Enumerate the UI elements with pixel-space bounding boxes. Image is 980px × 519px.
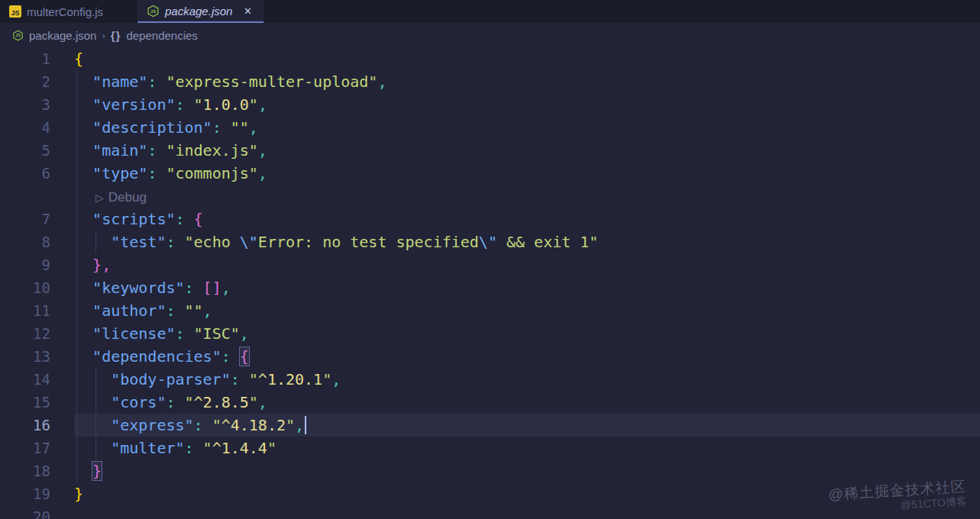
chevron-right-icon: ›	[102, 30, 105, 41]
token-pu: ,	[258, 164, 267, 182]
line-number[interactable]: 11	[0, 299, 74, 322]
code-line[interactable]: 2 "name": "express-multer-upload",	[0, 70, 980, 93]
line-number[interactable]: 3	[0, 93, 74, 116]
code-line-content: "cors": "^2.8.5",	[74, 391, 980, 414]
token-key: "license"	[92, 324, 175, 343]
token-ws	[185, 210, 194, 228]
line-number[interactable]: 15	[0, 391, 74, 414]
code-line[interactable]: 4 "description": "",	[0, 116, 980, 139]
line-number[interactable]: 16	[0, 414, 74, 437]
code-line[interactable]: 9 },	[0, 253, 980, 276]
line-number[interactable]: 5	[0, 139, 74, 162]
code-line[interactable]: 10 "keywords": [],	[0, 276, 980, 299]
token-key: "type"	[92, 164, 147, 182]
line-number[interactable]: 2	[0, 70, 74, 93]
code-line-content: "description": "",	[74, 116, 980, 139]
code-line[interactable]: 20	[0, 505, 980, 519]
line-number[interactable]: 18	[0, 459, 74, 482]
token-b2: {	[194, 210, 203, 228]
line-number[interactable]: 20	[0, 505, 74, 519]
line-number[interactable]: 10	[0, 276, 74, 299]
code-line-content: "version": "1.0.0",	[74, 93, 980, 116]
code-line[interactable]: 3 "version": "1.0.0",	[0, 93, 980, 116]
line-number[interactable]: 9	[0, 253, 74, 276]
token-ws	[74, 256, 92, 274]
line-number[interactable]: 13	[0, 345, 74, 368]
code-line[interactable]: 15 "cors": "^2.8.5",	[0, 391, 980, 414]
token-pu: ,	[222, 279, 231, 297]
token-pu: :	[212, 118, 222, 137]
line-number[interactable]: 14	[0, 368, 74, 391]
code-line[interactable]: 7 "scripts": {	[0, 208, 980, 230]
code-line[interactable]: 1{	[0, 47, 980, 70]
codelens-debug[interactable]: ▷Debug	[74, 185, 980, 208]
token-pu: ,	[240, 324, 249, 343]
line-number[interactable]: 17	[0, 437, 74, 459]
token-key: "multer"	[111, 439, 184, 457]
token-str: ""	[185, 301, 203, 320]
line-number[interactable]: 6	[0, 162, 74, 185]
token-str: "	[203, 439, 212, 457]
code-line[interactable]: 16 "express": "^4.18.2",	[0, 414, 980, 437]
token-pu: :	[185, 439, 194, 457]
token-key: "main"	[92, 141, 147, 160]
token-str: "	[322, 370, 332, 388]
play-triangle-icon: ▷	[95, 192, 104, 204]
token-pu: ,	[295, 416, 304, 434]
breadcrumb-section[interactable]: dependencies	[126, 29, 197, 42]
token-ws	[74, 233, 111, 251]
token-ws	[240, 370, 249, 388]
tab-packagejson[interactable]: JS package.json ✕	[137, 0, 264, 23]
token-pu: :	[185, 279, 194, 297]
token-pu: :	[222, 347, 231, 366]
token-key: "keywords"	[92, 279, 184, 297]
token-num: ^1.20.1	[258, 370, 322, 388]
code-line[interactable]: 6 "type": "commonjs",	[0, 162, 980, 185]
code-line-content: }	[74, 482, 980, 505]
line-number[interactable]: 7	[0, 208, 74, 230]
code-line[interactable]: 11 "author": "",	[0, 299, 980, 322]
code-line[interactable]: 8 "test": "echo \"Error: no test specifi…	[0, 230, 980, 253]
token-str: "	[194, 95, 203, 114]
token-str: "	[212, 416, 222, 434]
code-editor[interactable]: 1{2 "name": "express-multer-upload",3 "v…	[0, 47, 980, 519]
token-ws	[74, 462, 92, 480]
tab-label: multerConfig.js	[27, 5, 103, 18]
code-line-content: "author": "",	[74, 299, 980, 322]
token-str: && exit 1"	[497, 233, 598, 251]
matched-bracket: }	[92, 462, 102, 480]
svg-text:JS: JS	[15, 33, 21, 37]
code-line[interactable]: 13 "dependencies": {	[0, 345, 980, 368]
line-number[interactable]: 12	[0, 322, 74, 345]
tab-multerconfig[interactable]: JS multerConfig.js	[0, 0, 137, 23]
svg-text:JS: JS	[150, 8, 156, 13]
code-line[interactable]: 19}	[0, 482, 980, 505]
code-line[interactable]: 18 }	[0, 459, 980, 482]
token-pu: :	[166, 393, 175, 411]
codelens-row[interactable]: ▷Debug	[0, 185, 980, 208]
code-line-content: {	[74, 47, 980, 70]
token-pu: :	[147, 141, 157, 160]
token-str: "	[267, 439, 277, 457]
line-number[interactable]: 1	[0, 47, 74, 70]
token-key: "description"	[92, 118, 212, 137]
close-icon[interactable]: ✕	[241, 5, 254, 18]
line-number[interactable]: 19	[0, 482, 74, 505]
code-line-content: "main": "index.js",	[74, 139, 980, 162]
token-ws	[74, 393, 111, 411]
token-ws	[74, 439, 111, 457]
line-number[interactable]	[0, 185, 74, 208]
code-line[interactable]: 12 "license": "ISC",	[0, 322, 980, 345]
token-pu: :	[147, 73, 157, 91]
token-b1: }	[74, 485, 83, 503]
line-number[interactable]: 8	[0, 230, 74, 253]
token-ws	[175, 233, 184, 251]
token-key: "scripts"	[92, 210, 175, 228]
breadcrumb-file[interactable]: package.json	[29, 29, 96, 42]
code-line[interactable]: 17 "multer": "^1.4.4"	[0, 437, 980, 459]
code-line[interactable]: 5 "main": "index.js",	[0, 139, 980, 162]
line-number[interactable]: 4	[0, 116, 74, 139]
token-ws	[185, 324, 194, 343]
code-line[interactable]: 14 "body-parser": "^1.20.1",	[0, 368, 980, 391]
token-str: "express-multer-upload"	[166, 73, 377, 91]
